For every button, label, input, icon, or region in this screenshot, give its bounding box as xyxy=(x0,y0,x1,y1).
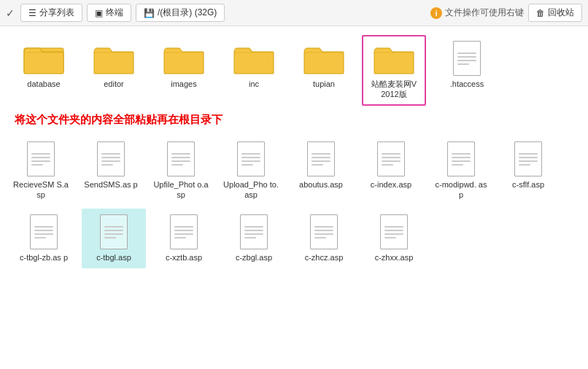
file-czhxx-label: c-zhxx.asp xyxy=(375,252,414,263)
file-csflf-label: c-sflf.asp xyxy=(512,179,544,190)
file-icon xyxy=(23,214,64,249)
file-icon xyxy=(233,214,274,249)
terminal-button[interactable]: ▣ 终端 xyxy=(87,4,131,22)
file-upfilephoto[interactable]: Upfile_Phot o.asp xyxy=(149,136,213,206)
folder-images-label: images xyxy=(171,79,196,89)
file-ctbgl[interactable]: c-tbgl.asp xyxy=(82,209,146,268)
file-czhcz[interactable]: c-zhcz.asp xyxy=(292,209,356,268)
file-ctbgl-label: c-tbgl.asp xyxy=(96,252,131,263)
folder-icon xyxy=(93,41,134,76)
file-htaccess-label: .htaccess xyxy=(450,79,484,89)
file-icon xyxy=(93,214,134,249)
file-icon xyxy=(301,141,341,176)
recycle-bin-button[interactable]: 🗑 回收站 xyxy=(528,4,582,22)
path-display: 💾 /(根目录) (32G) xyxy=(136,4,225,22)
share-list-button[interactable]: ☰ 分享列表 xyxy=(20,4,82,22)
file-uploadphoto-label: Upload_Pho to.asp xyxy=(223,179,279,201)
folder-icon xyxy=(233,41,274,76)
file-uploadphoto[interactable]: Upload_Pho to.asp xyxy=(219,136,283,206)
file-csflf[interactable]: c-sflf.asp xyxy=(496,136,560,206)
file-cmodipwd[interactable]: c-modipwd. asp xyxy=(429,136,493,206)
folder-inc[interactable]: inc xyxy=(222,35,286,106)
file-sendsms[interactable]: SendSMS.as p xyxy=(79,136,143,206)
folder-zhankumianzhuang-label: 站酷麦装网V2012版 xyxy=(371,79,417,100)
drive-icon: 💾 xyxy=(144,8,155,18)
folder-tupian-label: tupian xyxy=(313,79,335,89)
folder-database[interactable]: database xyxy=(12,35,76,106)
folder-icon xyxy=(23,41,64,76)
folder-icon xyxy=(374,41,414,76)
file-icon xyxy=(90,141,131,176)
file-icon xyxy=(371,141,411,176)
file-icon xyxy=(374,214,414,249)
file-icon xyxy=(508,141,549,176)
file-czhxx[interactable]: c-zhxx.asp xyxy=(362,209,426,268)
file-czbgl-label: c-zbgl.asp xyxy=(236,252,272,263)
info-button[interactable]: i 文件操作可使用右键 xyxy=(430,7,524,19)
file-htaccess[interactable]: .htaccess xyxy=(435,35,499,106)
file-cindex-label: c-index.asp xyxy=(371,179,411,190)
file-icon xyxy=(303,214,344,249)
file-recievesms[interactable]: RecieveSM S.asp xyxy=(9,136,73,206)
folder-editor-label: editor xyxy=(104,79,124,89)
folder-tupian[interactable]: tupian xyxy=(292,35,356,106)
terminal-icon: ▣ xyxy=(95,8,103,18)
file-cindex[interactable]: c-index.asp xyxy=(359,136,423,206)
file-aboutus[interactable]: aboutus.asp xyxy=(289,136,353,206)
file-sendsms-label: SendSMS.as p xyxy=(84,179,137,190)
file-ctbglzb-label: c-tbgl-zb.as p xyxy=(20,252,68,263)
file-czhcz-label: c-zhcz.asp xyxy=(305,252,344,263)
file-upfilephoto-label: Upfile_Phot o.asp xyxy=(153,179,209,201)
file-cmodipwd-label: c-modipwd. asp xyxy=(433,179,489,201)
file-recievesms-label: RecieveSM S.asp xyxy=(13,179,69,201)
file-icon xyxy=(446,41,487,76)
file-grid: database editor images xyxy=(12,35,576,268)
check-icon: ✓ xyxy=(6,7,15,19)
share-icon: ☰ xyxy=(28,8,36,18)
file-czbgl[interactable]: c-zbgl.asp xyxy=(222,209,286,268)
annotation-text: 将这个文件夹的内容全部粘贴再在根目录下 xyxy=(15,113,576,127)
folder-editor[interactable]: editor xyxy=(82,35,146,106)
recycle-icon: 🗑 xyxy=(536,8,545,18)
file-icon xyxy=(160,141,201,176)
file-cxztb-label: c-xztb.asp xyxy=(166,252,202,263)
file-icon xyxy=(231,141,271,176)
folder-images[interactable]: images xyxy=(152,35,216,106)
annotation-row: 将这个文件夹的内容全部粘贴再在根目录下 xyxy=(12,109,576,133)
folder-inc-label: inc xyxy=(249,79,259,89)
info-icon: i xyxy=(430,7,442,19)
file-area: database editor images xyxy=(0,26,588,369)
file-aboutus-label: aboutus.asp xyxy=(299,179,343,190)
folder-zhankumianzhuang[interactable]: 站酷麦装网V2012版 xyxy=(362,35,426,106)
file-icon xyxy=(20,141,61,176)
folder-icon xyxy=(303,41,344,76)
folder-database-label: database xyxy=(27,79,60,89)
file-icon xyxy=(163,214,204,249)
folder-icon xyxy=(163,41,204,76)
file-cxztb[interactable]: c-xztb.asp xyxy=(152,209,216,268)
file-ctbglzb[interactable]: c-tbgl-zb.as p xyxy=(12,209,76,268)
toolbar: ✓ ☰ 分享列表 ▣ 终端 💾 /(根目录) (32G) i 文件操作可使用右键… xyxy=(0,0,588,26)
file-icon xyxy=(441,141,481,176)
